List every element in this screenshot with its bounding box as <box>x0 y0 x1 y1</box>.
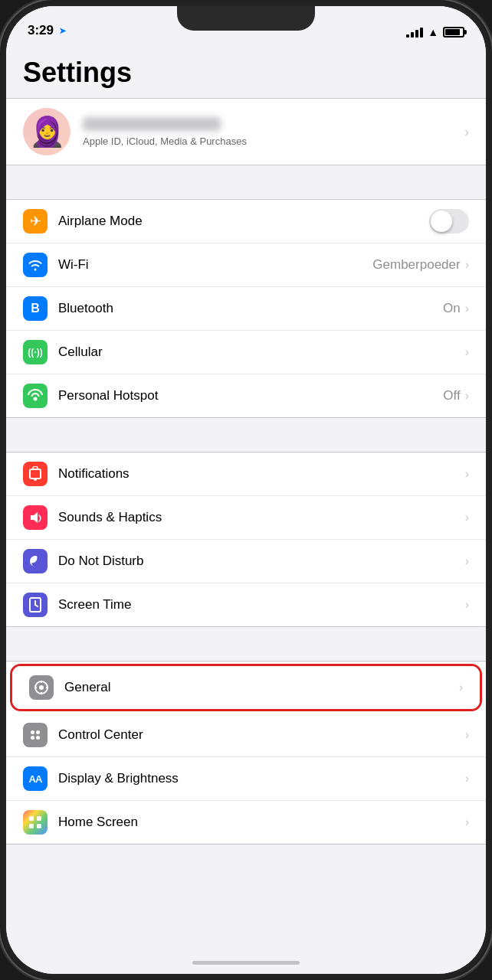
dnd-label: Do Not Disturb <box>58 554 465 569</box>
wifi-status-icon: ▲ <box>428 26 438 38</box>
svg-point-0 <box>34 397 38 401</box>
general-highlight-border: General › <box>10 664 482 711</box>
dnd-row[interactable]: Do Not Disturb › <box>6 540 486 583</box>
section-gap-2 <box>6 424 486 452</box>
general-highlight-outer: General › <box>6 664 486 711</box>
bluetooth-row[interactable]: B Bluetooth On › <box>6 287 486 331</box>
sounds-label: Sounds & Haptics <box>58 510 465 525</box>
display-brightness-chevron-icon: › <box>465 772 469 786</box>
svg-point-8 <box>39 685 44 690</box>
wifi-label: Wi-Fi <box>58 257 372 273</box>
battery-icon <box>443 27 464 38</box>
screen-time-chevron-icon: › <box>465 598 469 612</box>
display-brightness-label: Display & Brightness <box>58 771 465 786</box>
general-label: General <box>64 680 459 695</box>
connectivity-section: ✈ Airplane Mode <box>6 199 486 418</box>
wifi-row[interactable]: Wi-Fi Gemberpoeder › <box>6 243 486 287</box>
dnd-chevron-icon: › <box>465 554 469 568</box>
home-screen-chevron-icon: › <box>465 815 469 829</box>
screen: 3:29 ➤ ▲ <box>6 6 486 974</box>
cellular-chevron-icon: › <box>465 345 469 359</box>
control-center-icon <box>23 723 48 747</box>
airplane-mode-row[interactable]: ✈ Airplane Mode <box>6 200 486 243</box>
display-brightness-row[interactable]: AA Display & Brightness › <box>6 757 486 801</box>
hotspot-icon <box>23 384 48 408</box>
svg-marker-3 <box>31 512 38 523</box>
svg-rect-18 <box>37 816 41 821</box>
notifications-icon <box>23 462 48 486</box>
control-center-label: Control Center <box>58 727 465 743</box>
control-center-chevron-icon: › <box>465 728 469 742</box>
section-gap-3 <box>6 633 486 661</box>
hotspot-row[interactable]: Personal Hotspot Off › <box>6 374 486 417</box>
profile-row[interactable]: 🧕 Apple ID, iCloud, Media & Purchases › <box>6 99 486 165</box>
phone-frame: 3:29 ➤ ▲ <box>0 0 492 980</box>
hotspot-label: Personal Hotspot <box>58 388 443 403</box>
svg-rect-19 <box>29 824 34 828</box>
phone-inner: 3:29 ➤ ▲ <box>6 6 486 974</box>
wifi-chevron-icon: › <box>465 258 469 272</box>
airplane-mode-toggle[interactable] <box>429 209 469 234</box>
airplane-mode-label: Airplane Mode <box>58 214 429 229</box>
bluetooth-label: Bluetooth <box>58 301 443 316</box>
airplane-mode-icon: ✈ <box>23 209 48 234</box>
notifications-row[interactable]: Notifications › <box>6 452 486 496</box>
wifi-value: Gemberpoeder <box>372 257 460 273</box>
bluetooth-value: On <box>443 301 461 316</box>
sounds-icon <box>23 505 48 530</box>
home-screen-label: Home Screen <box>58 815 465 830</box>
control-center-row[interactable]: Control Center › <box>6 714 486 757</box>
profile-subtitle: Apple ID, iCloud, Media & Purchases <box>83 136 464 147</box>
profile-name-blurred <box>83 117 221 131</box>
profile-chevron-icon: › <box>464 124 469 140</box>
notifications-section: Notifications › Sounds & Haptics › <box>6 452 486 627</box>
profile-section[interactable]: 🧕 Apple ID, iCloud, Media & Purchases › <box>6 98 486 165</box>
display-section: General › <box>6 661 486 844</box>
svg-line-6 <box>35 605 38 606</box>
avatar: 🧕 <box>23 108 71 155</box>
section-gap-1 <box>6 172 486 199</box>
notch <box>177 6 315 31</box>
home-screen-icon <box>23 810 48 835</box>
sounds-row[interactable]: Sounds & Haptics › <box>6 496 486 540</box>
svg-point-16 <box>36 736 40 740</box>
bluetooth-icon: B <box>23 296 48 321</box>
svg-point-13 <box>31 730 34 734</box>
signal-icon <box>406 28 423 38</box>
home-screen-row[interactable]: Home Screen › <box>6 801 486 844</box>
screen-time-row[interactable]: Screen Time › <box>6 583 486 626</box>
page-title: Settings <box>6 44 486 98</box>
content-area[interactable]: Settings 🧕 Apple ID, iCloud, Media & Pur… <box>6 44 486 974</box>
dnd-icon <box>23 549 48 573</box>
general-chevron-icon: › <box>459 681 463 694</box>
hotspot-chevron-icon: › <box>465 389 469 403</box>
cellular-row[interactable]: ((·)) Cellular › <box>6 331 486 374</box>
display-brightness-icon: AA <box>23 766 48 791</box>
wifi-icon <box>23 253 48 277</box>
sounds-chevron-icon: › <box>465 511 469 524</box>
notifications-chevron-icon: › <box>465 467 469 481</box>
general-row[interactable]: General › <box>12 666 480 709</box>
svg-rect-17 <box>29 816 34 821</box>
svg-point-15 <box>31 736 34 740</box>
home-indicator <box>192 961 300 965</box>
bluetooth-chevron-icon: › <box>465 302 469 315</box>
screen-time-icon <box>23 593 48 617</box>
svg-point-2 <box>34 478 37 481</box>
cellular-icon: ((·)) <box>23 340 48 364</box>
screen-time-label: Screen Time <box>58 597 465 612</box>
general-icon <box>29 675 54 700</box>
svg-rect-20 <box>37 824 41 828</box>
location-arrow-icon: ➤ <box>59 26 66 36</box>
hotspot-value: Off <box>443 388 460 403</box>
status-time: 3:29 ➤ <box>28 23 66 38</box>
status-icons: ▲ <box>406 26 464 38</box>
svg-rect-1 <box>30 469 41 479</box>
profile-info: Apple ID, iCloud, Media & Purchases <box>83 117 464 147</box>
notifications-label: Notifications <box>58 466 465 482</box>
svg-point-14 <box>36 730 40 734</box>
cellular-label: Cellular <box>58 345 465 360</box>
